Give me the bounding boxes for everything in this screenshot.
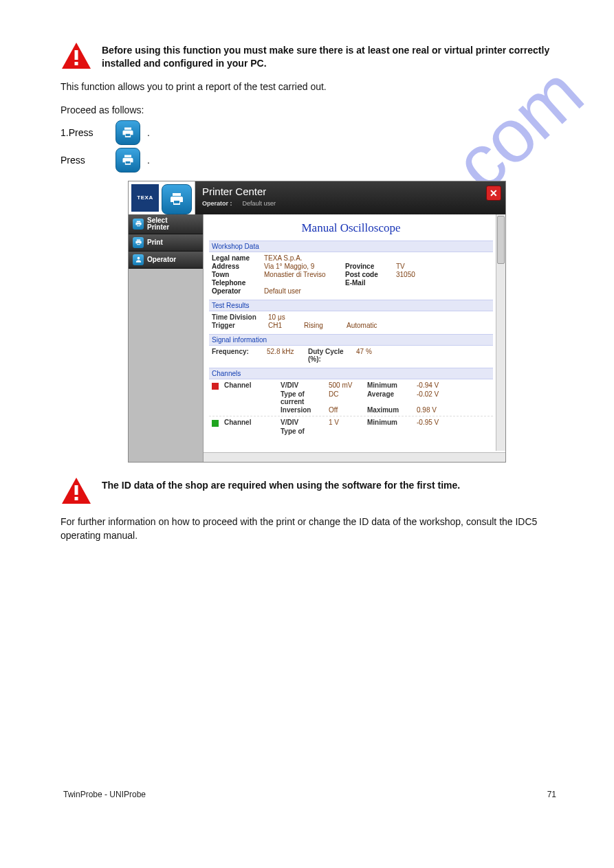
warning-2-text: The ID data of the shop are required whe… — [102, 476, 460, 492]
ch2-vdiv-k: V/DIV — [281, 419, 327, 426]
step-2: Press . — [61, 148, 559, 173]
sidebar-item-operator[interactable]: Operator — [129, 252, 203, 269]
sidebar-item-select-printer[interactable]: SelectPrinter — [129, 214, 203, 234]
email-v — [396, 279, 435, 287]
printer-icon — [121, 126, 135, 140]
ch2-min-v: -0.95 V — [417, 419, 451, 426]
printer-icon — [168, 191, 185, 208]
trigger-v1: CH1 — [268, 322, 303, 329]
sidebar: SelectPrinter Print Operator — [129, 214, 203, 462]
address-v: Via 1° Maggio, 9 — [264, 263, 344, 270]
footer-page-number: 71 — [547, 790, 556, 799]
ch2-min-k: Minimum — [367, 419, 415, 426]
svg-rect-6 — [75, 497, 78, 500]
section-workshop: Workshop Data — [209, 241, 493, 252]
province-v: TV — [396, 263, 435, 270]
duty-v: 47 % — [356, 348, 397, 363]
address-k: Address — [212, 263, 263, 270]
report-title: Manual Oscilloscope — [209, 221, 493, 235]
report-preview: Manual Oscilloscope Workshop Data Legal … — [203, 214, 505, 462]
ch2-vdiv-v: 1 V — [329, 419, 366, 426]
section-signal: Signal information — [209, 334, 493, 346]
ch1-vdiv-k: V/DIV — [281, 381, 327, 389]
ch1-avg-k: Average — [367, 390, 415, 398]
ch1-inv-v: Off — [329, 406, 366, 414]
channel-1-color — [212, 383, 219, 390]
step-2-suffix: . — [147, 155, 150, 166]
ch2-label: Channel — [224, 419, 279, 426]
operator-value: Default user — [243, 200, 276, 207]
operator-k: Operator — [212, 287, 263, 295]
svg-rect-2 — [75, 62, 78, 65]
close-button[interactable]: ✕ — [486, 186, 501, 201]
trigger-k: Trigger — [212, 322, 267, 329]
printer-icon — [133, 219, 144, 230]
ch1-type-k: Type of current — [281, 390, 327, 405]
svg-rect-1 — [75, 50, 78, 60]
sidebar-item-label: SelectPrinter — [147, 217, 169, 231]
footer-paragraph: For further information on how to procee… — [61, 515, 559, 543]
scrollbar-vertical[interactable] — [496, 214, 505, 451]
legal-name-k: Legal name — [212, 254, 263, 262]
warning-icon — [61, 476, 92, 505]
operator-v: Default user — [264, 287, 344, 295]
legal-name-v: TEXA S.p.A. — [264, 254, 344, 262]
printer-icon — [133, 237, 144, 248]
trigger-v3: Automatic — [347, 322, 402, 329]
svg-point-3 — [137, 257, 140, 260]
email-k: E-Mail — [345, 279, 395, 287]
ch1-avg-v: -0.02 V — [417, 390, 451, 398]
user-icon — [133, 254, 144, 265]
warning-1-text: Before using this function you must make… — [102, 41, 559, 70]
step-2-prefix: Press — [61, 155, 109, 166]
ch1-min-k: Minimum — [367, 381, 415, 389]
print-button[interactable] — [116, 120, 140, 145]
ch2-type-k: Type of — [281, 427, 327, 435]
printer-icon — [121, 153, 135, 167]
section-channels: Channels — [209, 368, 493, 379]
svg-rect-5 — [75, 485, 78, 495]
province-k: Province — [345, 263, 395, 270]
telephone-k: Telephone — [212, 279, 263, 287]
operator-line: Operator : Default user — [202, 200, 498, 207]
step-1-suffix: . — [147, 127, 150, 138]
proceed-text: Proceed as follows: — [61, 103, 559, 117]
warning-block-1: Before using this function you must make… — [61, 41, 559, 70]
printer-center-screenshot: TEXA Printer Center Operator : Default u… — [128, 181, 506, 463]
step-1: 1.Press . — [61, 120, 559, 145]
freq-v: 52.8 kHz — [267, 348, 308, 363]
window-title: Printer Center — [202, 186, 498, 197]
warning-icon — [61, 41, 92, 70]
freq-k: Frequency: — [212, 348, 267, 363]
channel-2-color — [212, 420, 219, 427]
texa-logo: TEXA — [131, 184, 159, 212]
sidebar-item-print[interactable]: Print — [129, 234, 203, 252]
ch1-inv-k: Inversion — [281, 406, 327, 414]
print-button-2[interactable] — [116, 148, 140, 173]
ch1-min-v: -0.94 V — [417, 381, 451, 389]
duty-k: Duty Cycle (%): — [308, 348, 356, 363]
print-toolbar-button[interactable] — [162, 184, 192, 214]
ch1-type-v: DC — [329, 390, 366, 398]
operator-label: Operator : — [202, 200, 232, 207]
ch1-max-v: 0.98 V — [417, 406, 451, 414]
telephone-v — [264, 279, 344, 287]
channel-1-row: Channel V/DIV 500 mV Minimum -0.94 V Typ… — [209, 379, 493, 416]
section-test: Test Results — [209, 300, 493, 311]
page-footer: TwinProbe - UNIProbe 71 — [61, 790, 559, 799]
postcode-v: 31050 — [396, 271, 435, 278]
close-icon: ✕ — [490, 188, 498, 199]
channel-2-row: Channel V/DIV 1 V Minimum -0.95 V Type o… — [209, 416, 493, 437]
ch1-vdiv-v: 500 mV — [329, 381, 366, 389]
warning-block-2: The ID data of the shop are required whe… — [61, 476, 559, 505]
scrollbar-horizontal[interactable] — [204, 452, 505, 462]
step-1-prefix: 1.Press — [61, 127, 109, 138]
footer-left: TwinProbe - UNIProbe — [63, 790, 146, 799]
time-div-k: Time Division — [212, 313, 267, 321]
ch1-max-k: Maximum — [367, 406, 415, 414]
town-k: Town — [212, 271, 263, 278]
ch1-label: Channel — [224, 381, 279, 389]
trigger-v2: Rising — [304, 322, 345, 329]
sidebar-item-label: Operator — [147, 256, 176, 263]
town-v: Monastier di Treviso — [264, 271, 344, 278]
